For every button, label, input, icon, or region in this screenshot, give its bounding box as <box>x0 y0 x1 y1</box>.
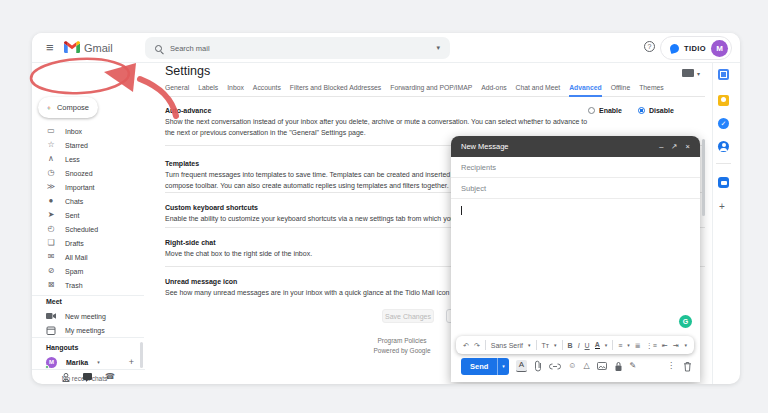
gmail-window: ≡ Gmail Search mail ▾ ? ⚙ TIDIO M <box>32 33 740 384</box>
search-options-caret-icon[interactable]: ▾ <box>436 44 440 52</box>
signature-pen-icon[interactable]: ✎ <box>630 362 637 370</box>
tab-labels[interactable]: Labels <box>198 84 218 96</box>
calendar-icon <box>46 326 56 335</box>
send-options-caret-icon[interactable]: ▾ <box>497 358 509 375</box>
align-caret-icon[interactable]: ▾ <box>627 343 630 348</box>
google-keep-icon[interactable] <box>718 95 729 106</box>
input-tools-button[interactable]: ▾ <box>682 69 700 77</box>
gmail-logo-icon <box>64 41 80 53</box>
font-select[interactable]: Sans Serif <box>491 342 523 349</box>
sidebar-item-spam[interactable]: ⊘Spam <box>32 264 144 278</box>
sidebar-item-inbox[interactable]: ▭Inbox <box>32 124 144 138</box>
sidebar-item-chats[interactable]: ●Chats <box>32 194 144 208</box>
google-calendar-icon[interactable] <box>718 69 729 80</box>
sidebar-item-all-mail[interactable]: ✉All Mail <box>32 250 144 264</box>
sidebar-item-starred[interactable]: ☆Starred <box>32 138 144 152</box>
sidebar-item-scheduled[interactable]: ◴Scheduled <box>32 222 144 236</box>
sidebar-item-important[interactable]: ≫Important <box>32 180 144 194</box>
sidebar-item-new-meeting[interactable]: New meeting <box>32 309 144 323</box>
user-avatar[interactable]: M <box>711 40 728 57</box>
font-caret-icon[interactable]: ▾ <box>528 343 531 348</box>
emoji-icon[interactable]: ☺ <box>568 362 576 370</box>
compose-button[interactable]: Compose <box>38 97 98 118</box>
indent-less-button[interactable]: ⇤ <box>662 342 668 349</box>
addon-icon[interactable] <box>718 177 729 188</box>
insert-image-icon[interactable] <box>597 362 607 370</box>
tab-filters[interactable]: Filters and Blocked Addresses <box>290 84 381 96</box>
sidebar-item-drafts[interactable]: ❏Drafts <box>32 236 144 250</box>
drive-icon[interactable]: △ <box>583 362 589 370</box>
sidebar-item-sent[interactable]: ➤Sent <box>32 208 144 222</box>
tidio-logo-icon <box>669 42 680 53</box>
send-label[interactable]: Send <box>461 358 497 375</box>
hangouts-user-row[interactable]: M Marika ▾ + <box>32 355 144 369</box>
tab-accounts[interactable]: Accounts <box>253 84 281 96</box>
grammarly-icon[interactable]: G <box>679 315 692 328</box>
tab-offline[interactable]: Offline <box>611 84 631 96</box>
sidebar-item-my-meetings[interactable]: My meetings <box>32 323 144 337</box>
minimize-icon[interactable]: – <box>659 143 663 151</box>
attach-file-icon[interactable] <box>534 360 542 372</box>
text-color-button[interactable]: A <box>595 341 600 349</box>
numbered-list-button[interactable]: ≣ <box>635 342 641 349</box>
menu-icon[interactable]: ≡ <box>46 40 54 55</box>
sidebar-item-trash[interactable]: ⊠Trash <box>32 278 144 292</box>
italic-button[interactable]: I <box>578 342 580 349</box>
tab-themes[interactable]: Themes <box>639 84 664 96</box>
text-size-button[interactable]: Tᴛ <box>542 342 549 349</box>
sidebar-item-less[interactable]: ∧Less <box>32 152 144 166</box>
tab-advanced[interactable]: Advanced <box>569 84 601 96</box>
save-changes-button[interactable]: Save Changes <box>382 309 434 323</box>
settings-scrollbar[interactable] <box>702 139 705 216</box>
section-title: Auto-advance <box>165 107 595 114</box>
redo-button[interactable]: ↷ <box>474 342 480 349</box>
formatting-options-button[interactable]: A <box>516 360 527 372</box>
tab-general[interactable]: General <box>165 84 189 96</box>
new-hangout-button[interactable]: + <box>129 357 134 367</box>
get-add-ons-button[interactable]: + <box>719 201 725 212</box>
undo-button[interactable]: ↶ <box>463 342 469 349</box>
bulleted-list-button[interactable]: ⋮≡ <box>646 342 657 349</box>
google-contacts-icon[interactable] <box>718 141 729 152</box>
insert-link-icon[interactable] <box>549 363 561 370</box>
search-input[interactable]: Search mail ▾ <box>145 37 450 59</box>
sidebar-item-label: Sent <box>65 212 79 219</box>
bold-button[interactable]: B <box>568 342 573 349</box>
tidio-badge[interactable]: TIDIO M <box>660 36 732 60</box>
tab-forwarding[interactable]: Forwarding and POP/IMAP <box>390 84 472 96</box>
sidebar-item-snoozed[interactable]: ◷Snoozed <box>32 166 144 180</box>
enable-radio[interactable]: Enable <box>588 107 622 114</box>
radio-selected-icon[interactable] <box>638 107 645 114</box>
disable-radio[interactable]: Disable <box>638 107 674 114</box>
size-caret-icon[interactable]: ▾ <box>554 343 557 348</box>
confidential-mode-icon[interactable] <box>614 361 623 372</box>
send-button[interactable]: Send ▾ <box>461 358 509 375</box>
contacts-tab-icon[interactable] <box>62 373 70 382</box>
tab-chat-and-meet[interactable]: Chat and Meet <box>516 84 561 96</box>
help-icon[interactable]: ? <box>644 41 655 52</box>
recipients-field[interactable]: Recipients <box>451 157 700 178</box>
indent-more-button[interactable]: ⇥ <box>673 342 679 349</box>
hangouts-scrollbar[interactable] <box>140 342 143 368</box>
subject-placeholder: Subject <box>461 184 486 193</box>
tab-add-ons[interactable]: Add-ons <box>481 84 506 96</box>
compose-header[interactable]: New Message – ↗ × <box>451 136 700 157</box>
expand-icon[interactable]: ↗ <box>671 143 677 151</box>
discard-draft-trash-icon[interactable] <box>683 361 692 372</box>
align-button[interactable]: ≡ <box>618 342 622 349</box>
inbox-icon: ▭ <box>46 127 56 135</box>
underline-button[interactable]: U <box>585 342 590 349</box>
sidebar-item-label: My meetings <box>65 327 105 334</box>
subject-field[interactable]: Subject <box>451 178 700 199</box>
color-caret-icon[interactable]: ▾ <box>605 343 608 348</box>
google-tasks-icon[interactable]: ✓ <box>718 118 729 129</box>
more-options-icon[interactable]: ⋮ <box>667 362 675 370</box>
phone-tab-icon[interactable]: ☎ <box>105 373 115 381</box>
radio-icon[interactable] <box>588 107 595 114</box>
more-formatting-caret-icon[interactable]: ▾ <box>684 343 687 348</box>
presence-dot <box>45 365 49 369</box>
message-body[interactable] <box>451 200 700 330</box>
tab-inbox[interactable]: Inbox <box>227 84 244 96</box>
hangouts-tab-icon[interactable] <box>83 373 92 382</box>
close-icon[interactable]: × <box>686 143 690 151</box>
